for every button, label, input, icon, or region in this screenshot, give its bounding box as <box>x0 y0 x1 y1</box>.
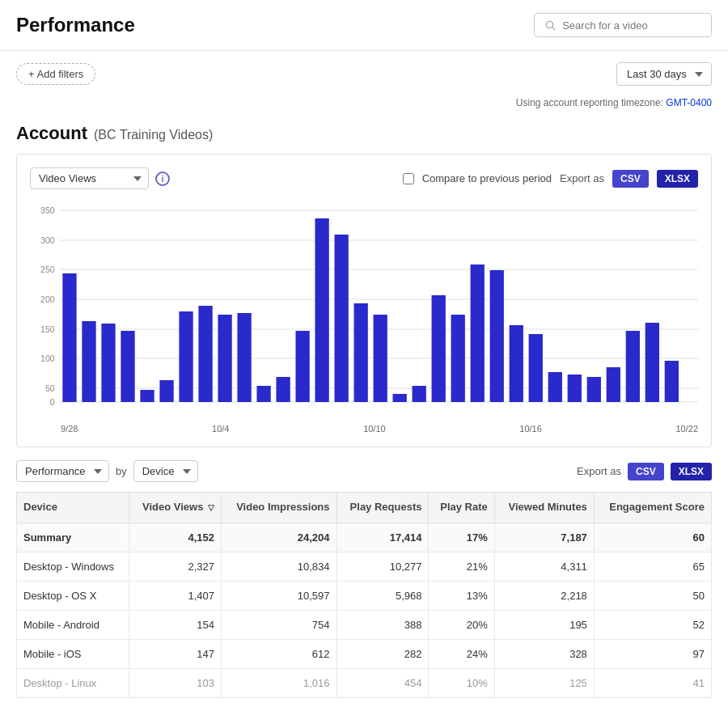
chart-svg: 350 300 250 200 150 100 50 0 <box>30 202 698 421</box>
row-engagement-score: 50 <box>594 581 711 610</box>
compare-checkbox[interactable] <box>403 173 414 184</box>
col-video-views[interactable]: Video Views ▽ <box>129 493 221 523</box>
row-video-views: 1,407 <box>129 581 221 610</box>
svg-text:350: 350 <box>40 205 55 215</box>
row-engagement-score: 52 <box>594 610 711 639</box>
svg-text:200: 200 <box>40 294 55 304</box>
col-viewed-minutes: Viewed Minutes <box>494 493 594 523</box>
svg-rect-44 <box>568 375 582 402</box>
summary-play-requests: 17,414 <box>336 523 429 552</box>
row-play-rate: 21% <box>429 552 494 581</box>
svg-rect-49 <box>665 361 679 402</box>
summary-device: Summary <box>17 523 129 552</box>
summary-engagement-score: 60 <box>594 523 711 552</box>
svg-text:0: 0 <box>50 397 55 407</box>
timezone-link[interactable]: GMT-0400 <box>666 97 712 108</box>
svg-rect-20 <box>101 324 115 402</box>
data-table: Device Video Views ▽ Video Impressions P… <box>16 492 712 698</box>
compare-label: Compare to previous period <box>422 172 552 184</box>
table-export-label: Export as <box>577 465 621 477</box>
x-axis-labels: 9/28 10/4 10/10 10/16 10/22 <box>30 421 698 434</box>
svg-rect-26 <box>218 315 231 402</box>
perf-controls-right: Export as CSV XLSX <box>577 463 712 480</box>
summary-video-views: 4,152 <box>129 523 221 552</box>
svg-rect-32 <box>335 235 349 402</box>
row-video-impressions: 1,016 <box>222 668 337 697</box>
add-filters-button[interactable]: + Add filters <box>16 63 95 85</box>
row-device: Desktop - Linux <box>17 668 129 697</box>
table-header-row: Device Video Views ▽ Video Impressions P… <box>17 493 712 523</box>
by-label: by <box>116 465 127 477</box>
export-csv-button[interactable]: CSV <box>612 170 649 188</box>
search-icon <box>544 19 556 32</box>
perf-metric-select[interactable]: Performance <box>16 460 109 482</box>
svg-point-0 <box>546 21 552 28</box>
row-video-impressions: 10,834 <box>222 552 337 581</box>
page-title: Performance <box>16 14 135 36</box>
svg-rect-39 <box>471 265 485 402</box>
svg-rect-18 <box>62 273 76 402</box>
col-play-rate: Play Rate <box>429 493 494 523</box>
chart-controls: Video Views Video Impressions Play Reque… <box>30 167 698 189</box>
svg-text:250: 250 <box>40 265 55 274</box>
svg-line-1 <box>552 28 555 30</box>
row-play-rate: 10% <box>429 668 494 697</box>
row-viewed-minutes: 328 <box>494 639 594 668</box>
performance-section: Performance by Device Export as CSV XLSX… <box>16 460 712 698</box>
svg-rect-37 <box>432 295 446 402</box>
svg-text:100: 100 <box>40 353 55 363</box>
svg-rect-35 <box>393 394 407 402</box>
metric-select[interactable]: Video Views Video Impressions Play Reque… <box>30 167 149 189</box>
row-video-views: 103 <box>129 668 221 697</box>
row-video-views: 154 <box>129 610 221 639</box>
row-video-impressions: 10,597 <box>222 581 337 610</box>
row-video-impressions: 754 <box>222 610 337 639</box>
table-row: Desktop - OS X 1,407 10,597 5,968 13% 2,… <box>17 581 712 610</box>
svg-rect-23 <box>159 380 173 402</box>
svg-text:300: 300 <box>40 235 55 245</box>
svg-rect-30 <box>295 331 309 402</box>
svg-rect-31 <box>315 218 328 402</box>
row-play-requests: 388 <box>336 610 429 639</box>
summary-play-rate: 17% <box>429 523 494 552</box>
info-icon[interactable]: i <box>155 171 170 186</box>
col-engagement-score: Engagement Score <box>594 493 711 523</box>
filters-bar: + Add filters Last 30 days Last 7 days L… <box>0 51 728 97</box>
x-label-1022: 10/22 <box>675 424 698 434</box>
search-input[interactable] <box>562 19 701 32</box>
chart-controls-right: Compare to previous period Export as CSV… <box>403 170 698 188</box>
row-play-requests: 5,968 <box>336 581 429 610</box>
svg-rect-43 <box>548 372 562 402</box>
svg-rect-24 <box>179 311 193 402</box>
row-play-rate: 24% <box>429 639 494 668</box>
row-device: Mobile - Android <box>17 610 129 639</box>
table-export-csv-button[interactable]: CSV <box>628 463 664 480</box>
row-engagement-score: 65 <box>594 552 711 581</box>
export-label: Export as <box>560 172 604 184</box>
perf-dimension-select[interactable]: Device <box>133 460 198 482</box>
table-row: Desktop - Linux 103 1,016 454 10% 125 41 <box>17 668 712 697</box>
account-section: Account (BC Training Videos) <box>0 115 728 144</box>
svg-rect-45 <box>587 377 601 402</box>
chart-controls-left: Video Views Video Impressions Play Reque… <box>30 167 170 189</box>
row-device: Desktop - Windows <box>17 552 129 581</box>
x-label-1010: 10/10 <box>363 424 386 434</box>
row-viewed-minutes: 4,311 <box>494 552 594 581</box>
table-export-xlsx-button[interactable]: XLSX <box>671 463 712 480</box>
svg-text:150: 150 <box>40 324 55 334</box>
row-video-views: 147 <box>129 639 221 668</box>
perf-controls-left: Performance by Device <box>16 460 198 482</box>
date-range-select[interactable]: Last 30 days Last 7 days Last 90 days Cu… <box>616 62 712 86</box>
export-xlsx-button[interactable]: XLSX <box>657 170 698 188</box>
svg-rect-27 <box>237 313 251 402</box>
svg-rect-21 <box>121 331 134 402</box>
svg-rect-19 <box>82 321 95 402</box>
x-label-1016: 10/16 <box>519 424 542 434</box>
table-row: Desktop - Windows 2,327 10,834 10,277 21… <box>17 552 712 581</box>
col-play-requests: Play Requests <box>336 493 429 523</box>
x-label-928: 9/28 <box>61 424 78 434</box>
perf-controls: Performance by Device Export as CSV XLSX <box>16 460 712 482</box>
table-row: Mobile - iOS 147 612 282 24% 328 97 <box>17 639 712 668</box>
svg-rect-47 <box>626 331 640 402</box>
search-box[interactable] <box>534 13 712 37</box>
